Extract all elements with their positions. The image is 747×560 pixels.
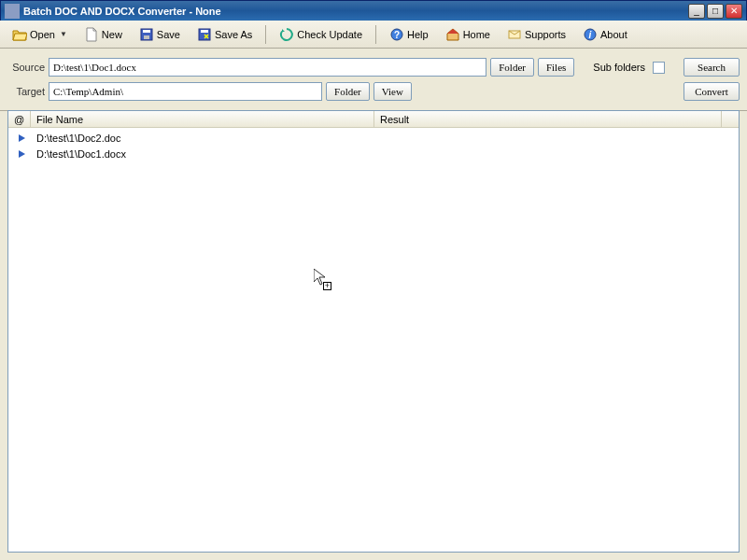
svg-text:i: i bbox=[589, 30, 592, 40]
source-label: Source bbox=[7, 62, 45, 73]
window-title: Batch DOC AND DOCX Converter - None bbox=[23, 6, 688, 17]
save-as-button[interactable]: Save As bbox=[190, 24, 259, 45]
about-button[interactable]: i About bbox=[576, 24, 634, 45]
help-icon: ? bbox=[389, 27, 404, 42]
column-result[interactable]: Result bbox=[374, 111, 722, 127]
new-file-icon bbox=[84, 27, 99, 42]
save-disk-icon bbox=[139, 27, 154, 42]
supports-icon bbox=[507, 27, 522, 42]
list-item[interactable]: D:\test\1\Doc2.doc bbox=[8, 130, 739, 146]
new-button[interactable]: New bbox=[78, 24, 129, 45]
svg-rect-2 bbox=[144, 35, 149, 39]
home-button[interactable]: Home bbox=[439, 24, 497, 45]
close-button[interactable]: ✕ bbox=[726, 4, 742, 19]
source-input[interactable] bbox=[49, 58, 486, 77]
target-folder-button[interactable]: Folder bbox=[326, 82, 370, 101]
convert-button[interactable]: Convert bbox=[684, 82, 740, 101]
file-list: @ File Name Result D:\test\1\Doc2.doc D:… bbox=[7, 110, 740, 553]
check-update-button[interactable]: Check Update bbox=[273, 24, 369, 45]
save-as-label: Save As bbox=[215, 29, 252, 40]
check-update-label: Check Update bbox=[297, 29, 362, 40]
open-dropdown-icon: ▼ bbox=[60, 30, 67, 38]
home-label: Home bbox=[463, 29, 490, 40]
svg-rect-1 bbox=[143, 30, 150, 33]
paths-panel: Source Folder Files Sub folders Search T… bbox=[0, 49, 747, 111]
target-view-button[interactable]: View bbox=[374, 82, 412, 101]
column-at[interactable]: @ bbox=[8, 111, 31, 127]
save-as-icon bbox=[197, 27, 212, 42]
list-body[interactable]: D:\test\1\Doc2.doc D:\test\1\Doc1.docx bbox=[8, 128, 739, 163]
about-icon: i bbox=[583, 27, 598, 42]
column-padding bbox=[722, 111, 739, 127]
source-files-button[interactable]: Files bbox=[538, 58, 574, 77]
list-item-path: D:\test\1\Doc1.docx bbox=[31, 148, 126, 160]
source-folder-button[interactable]: Folder bbox=[490, 58, 534, 77]
update-icon bbox=[279, 27, 294, 42]
subfolders-label: Sub folders bbox=[593, 62, 645, 73]
open-folder-icon bbox=[12, 27, 27, 42]
open-label: Open bbox=[30, 29, 55, 40]
save-button[interactable]: Save bbox=[133, 24, 187, 45]
play-icon bbox=[14, 149, 31, 159]
help-button[interactable]: ? Help bbox=[383, 24, 435, 45]
list-header: @ File Name Result bbox=[8, 111, 739, 128]
toolbar-separator bbox=[375, 25, 376, 44]
open-button[interactable]: Open ▼ bbox=[6, 24, 74, 45]
target-input[interactable] bbox=[49, 82, 322, 101]
title-bar: Batch DOC AND DOCX Converter - None _ □ … bbox=[0, 0, 747, 21]
svg-rect-4 bbox=[201, 30, 208, 33]
subfolders-checkbox[interactable] bbox=[653, 62, 665, 74]
list-item-path: D:\test\1\Doc2.doc bbox=[31, 133, 121, 144]
app-icon bbox=[5, 4, 20, 19]
save-label: Save bbox=[157, 29, 180, 40]
column-file-name[interactable]: File Name bbox=[31, 111, 374, 127]
about-label: About bbox=[600, 29, 627, 40]
supports-label: Supports bbox=[525, 29, 566, 40]
main-toolbar: Open ▼ New Save Save As Check Update ? H… bbox=[0, 21, 747, 49]
home-icon bbox=[445, 27, 460, 42]
toolbar-separator bbox=[265, 25, 266, 44]
svg-text:?: ? bbox=[394, 30, 400, 40]
play-icon bbox=[14, 133, 31, 143]
maximize-button[interactable]: □ bbox=[707, 4, 724, 19]
help-label: Help bbox=[407, 29, 429, 40]
minimize-button[interactable]: _ bbox=[688, 4, 705, 19]
target-label: Target bbox=[7, 86, 45, 97]
new-label: New bbox=[102, 29, 122, 40]
list-item[interactable]: D:\test\1\Doc1.docx bbox=[8, 146, 739, 161]
supports-button[interactable]: Supports bbox=[500, 24, 572, 45]
search-button[interactable]: Search bbox=[684, 58, 740, 77]
